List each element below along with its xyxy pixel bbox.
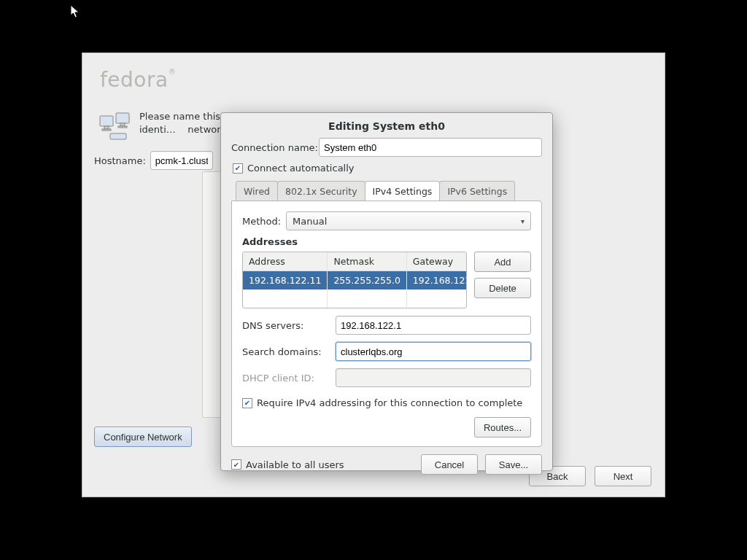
address-row[interactable]: 192.168.122.11 255.255.255.0 192.168.122… — [243, 271, 467, 290]
configure-network-button[interactable]: Configure Network — [94, 427, 192, 447]
routes-button[interactable]: Routes... — [474, 417, 531, 438]
settings-tabs: Wired 802.1x Security IPv4 Settings IPv6… — [231, 181, 542, 201]
add-address-button[interactable]: Add — [474, 252, 531, 272]
ipv4-settings-page: Method: Manual ▾ Addresses Address Netma… — [231, 201, 542, 447]
edit-connection-dialog: Editing System eth0 Connection name: ✔ C… — [220, 112, 553, 471]
available-all-users-checkbox[interactable]: ✔ — [231, 459, 241, 470]
cell-gateway: 192.168.122.1 — [406, 271, 467, 290]
tab-ipv4-settings[interactable]: IPv4 Settings — [365, 181, 441, 201]
search-domains-label: Search domains: — [242, 346, 336, 357]
col-gateway[interactable]: Gateway — [406, 252, 467, 271]
connect-automatically-checkbox[interactable]: ✔ — [233, 163, 243, 174]
svg-rect-0 — [100, 116, 113, 126]
require-ipv4-label: Require IPv4 addressing for this connect… — [257, 397, 522, 408]
computer-network-icon — [98, 112, 132, 141]
svg-rect-6 — [110, 133, 126, 139]
cell-netmask: 255.255.255.0 — [328, 271, 406, 290]
svg-rect-3 — [116, 113, 129, 123]
save-button[interactable]: Save... — [485, 454, 542, 475]
fedora-logo: fedora® — [100, 68, 176, 92]
dialog-title: Editing System eth0 — [221, 113, 552, 138]
cell-address: 192.168.122.11 — [243, 271, 328, 290]
svg-rect-4 — [120, 123, 125, 126]
svg-rect-5 — [118, 126, 127, 128]
addresses-heading: Addresses — [242, 236, 531, 247]
tab-ipv6-settings[interactable]: IPv6 Settings — [439, 181, 515, 201]
cancel-button[interactable]: Cancel — [421, 454, 478, 475]
require-ipv4-checkbox[interactable]: ✔ — [242, 398, 252, 408]
tab-8021x-security[interactable]: 802.1x Security — [277, 181, 365, 201]
address-row-empty[interactable] — [243, 289, 467, 308]
connect-automatically-label: Connect automatically — [247, 163, 355, 174]
search-domains-input[interactable] — [336, 342, 531, 361]
connection-name-input[interactable] — [319, 138, 542, 157]
next-button[interactable]: Next — [595, 466, 651, 486]
dhcp-client-id-input — [336, 368, 531, 387]
chevron-down-icon: ▾ — [521, 217, 525, 225]
method-value: Manual — [293, 216, 327, 227]
delete-address-button[interactable]: Delete — [474, 278, 531, 298]
dns-servers-label: DNS servers: — [242, 320, 336, 331]
dhcp-client-id-label: DHCP client ID: — [242, 373, 336, 384]
method-label: Method: — [242, 216, 286, 227]
col-address[interactable]: Address — [243, 252, 328, 271]
col-netmask[interactable]: Netmask — [328, 252, 406, 271]
mouse-cursor-icon — [70, 4, 82, 19]
svg-rect-2 — [102, 129, 111, 131]
hostname-input[interactable] — [150, 151, 213, 170]
dns-servers-input[interactable] — [336, 316, 531, 335]
addresses-table[interactable]: Address Netmask Gateway 192.168.122.11 2… — [242, 252, 467, 308]
tab-wired[interactable]: Wired — [236, 181, 278, 201]
svg-rect-1 — [104, 126, 109, 129]
connection-name-label: Connection name: — [231, 142, 319, 153]
hostname-label: Hostname: — [94, 155, 146, 166]
available-all-users-label: Available to all users — [246, 459, 344, 470]
method-select[interactable]: Manual ▾ — [286, 211, 531, 230]
